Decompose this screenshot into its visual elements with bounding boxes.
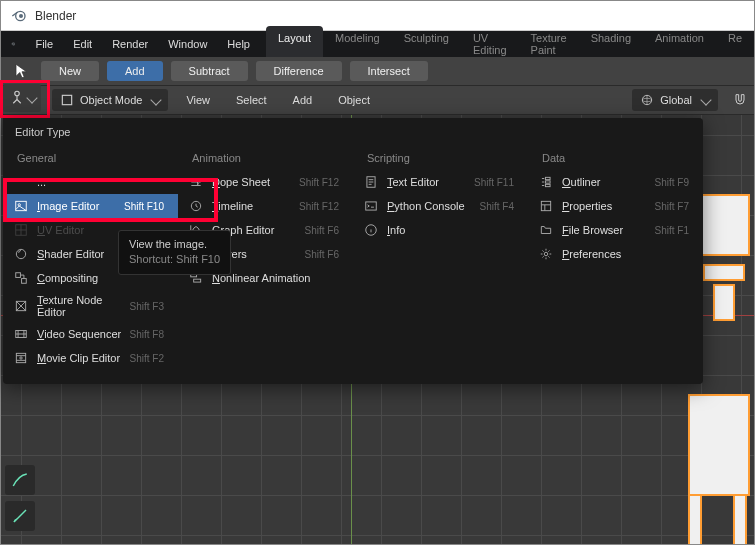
magnet-icon[interactable] — [732, 92, 748, 108]
bool-new-button[interactable]: New — [41, 61, 99, 81]
editor-item-shortcut: Shift F2 — [130, 353, 164, 364]
editor-item-label: Text Editor — [387, 176, 466, 188]
svg-rect-29 — [194, 279, 201, 282]
viewport-header: Object Mode View Select Add Object Globa… — [1, 85, 754, 115]
bool-intersect-button[interactable]: Intersect — [350, 61, 428, 81]
menu-render[interactable]: Render — [102, 33, 158, 55]
bool-subtract-button[interactable]: Subtract — [171, 61, 248, 81]
header-view[interactable]: View — [178, 91, 218, 109]
editor-item-label: Python Console — [387, 200, 472, 212]
header-object[interactable]: Object — [330, 91, 378, 109]
txt-icon — [363, 174, 379, 190]
chevron-down-icon — [151, 94, 162, 105]
editor-item-time[interactable]: TimelineShift F12 — [178, 194, 353, 218]
editor-item-py[interactable]: Python ConsoleShift F4 — [353, 194, 528, 218]
svg-point-15 — [15, 91, 20, 96]
menu-file[interactable]: File — [25, 33, 63, 55]
editor-item-dope[interactable]: Dope SheetShift F12 — [178, 170, 353, 194]
editor-item-video[interactable]: Video SequencerShift F8 — [3, 322, 178, 346]
bool-difference-button[interactable]: Difference — [256, 61, 342, 81]
tex-icon — [13, 298, 29, 314]
menu-edit[interactable]: Edit — [63, 33, 102, 55]
editor-item-label: Image Editor — [37, 200, 116, 212]
editor-item-label: Timeline — [212, 200, 291, 212]
tool-measure[interactable] — [5, 501, 35, 531]
editor-column-title: General — [3, 146, 178, 170]
header-select[interactable]: Select — [228, 91, 275, 109]
editor-item-shortcut: Shift F12 — [299, 201, 339, 212]
info-icon — [363, 222, 379, 238]
svg-rect-36 — [541, 201, 550, 210]
editor-item-txt[interactable]: Text EditorShift F11 — [353, 170, 528, 194]
editor-item-shortcut: Shift F4 — [480, 201, 514, 212]
editor-item-shortcut: Shift F7 — [655, 201, 689, 212]
svg-point-3 — [13, 43, 14, 44]
mode-dropdown[interactable]: Object Mode — [52, 89, 168, 111]
svg-rect-21 — [22, 279, 27, 284]
window-title: Blender — [35, 9, 76, 23]
svg-rect-34 — [545, 181, 550, 183]
editor-menu-header: Editor Type — [3, 118, 703, 142]
editor-type-dropdown-button[interactable] — [3, 84, 41, 112]
tooltip-line2: Shortcut: Shift F10 — [129, 252, 220, 267]
tooltip: View the image. Shortcut: Shift F10 — [118, 230, 231, 275]
editor-item-shortcut: Shift F11 — [474, 177, 514, 188]
blender-logo-icon — [11, 8, 27, 24]
editor-item-prop[interactable]: PropertiesShift F7 — [528, 194, 703, 218]
orientation-dropdown[interactable]: Global — [632, 89, 718, 111]
editor-item-pref[interactable]: Preferences — [528, 242, 703, 266]
pref-icon — [538, 246, 554, 262]
svg-rect-31 — [366, 202, 377, 210]
comp-icon — [13, 270, 29, 286]
tool-settings-bar: New Add Subtract Difference Intersect — [1, 57, 754, 85]
editor-item-blank[interactable]: ... — [3, 170, 178, 194]
editor-item-out[interactable]: OutlinerShift F9 — [528, 170, 703, 194]
svg-rect-20 — [16, 273, 21, 278]
menu-help[interactable]: Help — [217, 33, 260, 55]
blender-app-icon — [11, 34, 15, 54]
mode-label: Object Mode — [80, 94, 142, 106]
top-menubar: File Edit Render Window Help Layout Mode… — [1, 31, 754, 57]
editor-item-shortcut: Shift F6 — [305, 249, 339, 260]
header-add[interactable]: Add — [285, 91, 321, 109]
editor-item-label: Dope Sheet — [212, 176, 291, 188]
time-icon — [188, 198, 204, 214]
tooltip-line1: View the image. — [129, 237, 220, 252]
editor-column-title: Animation — [178, 146, 353, 170]
svg-rect-33 — [545, 177, 550, 179]
py-icon — [363, 198, 379, 214]
editor-item-label: Preferences — [562, 248, 681, 260]
object-mode-icon — [60, 93, 74, 107]
video-icon — [13, 326, 29, 342]
shader-icon — [13, 246, 29, 262]
editor-item-image[interactable]: Image EditorShift F10 — [3, 194, 178, 218]
editor-item-label: Info — [387, 224, 506, 236]
chevron-down-icon — [26, 92, 37, 103]
editor-item-info[interactable]: Info — [353, 218, 528, 242]
editor-item-shortcut: Shift F6 — [305, 225, 339, 236]
orientation-label: Global — [660, 94, 692, 106]
svg-rect-4 — [62, 95, 71, 104]
editor-item-clip[interactable]: Movie Clip EditorShift F2 — [3, 346, 178, 370]
editor-item-label: File Browser — [562, 224, 647, 236]
editor-item-shortcut: Shift F8 — [130, 329, 164, 340]
clip-icon — [13, 350, 29, 366]
uv-icon — [13, 222, 29, 238]
bool-add-button[interactable]: Add — [107, 61, 163, 81]
editor-item-label: ... — [37, 176, 156, 188]
select-cursor-icon[interactable] — [11, 60, 33, 82]
tool-annotate[interactable] — [5, 465, 35, 495]
chevron-down-icon — [700, 94, 711, 105]
editor-item-shortcut: Shift F9 — [655, 177, 689, 188]
file-icon — [538, 222, 554, 238]
editor-item-tex[interactable]: Texture Node EditorShift F3 — [3, 290, 178, 322]
menu-window[interactable]: Window — [158, 33, 217, 55]
dope-icon — [188, 174, 204, 190]
editor-item-label: Texture Node Editor — [37, 294, 122, 318]
editor-item-label: Movie Clip Editor — [37, 352, 122, 364]
editor-item-label: Video Sequencer — [37, 328, 122, 340]
left-tool-stack — [5, 465, 35, 531]
svg-point-25 — [20, 357, 22, 359]
editor-item-file[interactable]: File BrowserShift F1 — [528, 218, 703, 242]
svg-point-37 — [544, 252, 548, 256]
